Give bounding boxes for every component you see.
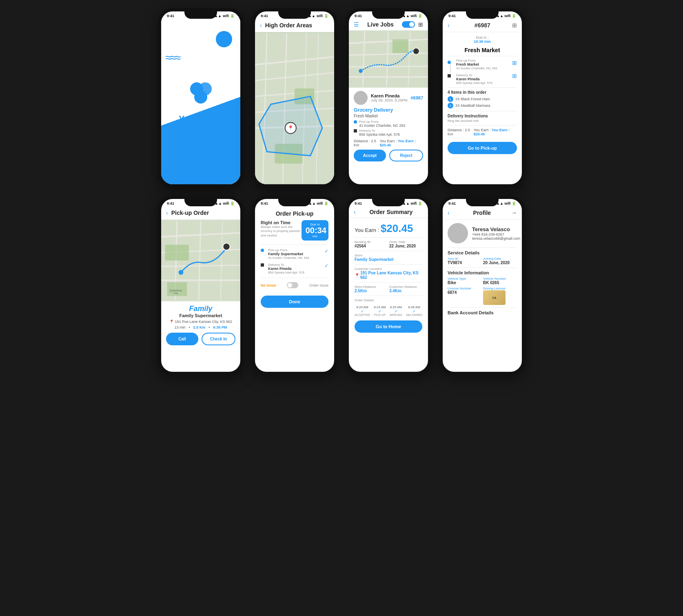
phone-2: 9:41 ▲▲ wifi 🔋 ‹ High Order Areas (252, 8, 337, 188)
screen5-header: ‹ Pick-up Order (161, 206, 240, 220)
screen2-header: ‹ High Order Areas (255, 19, 334, 32)
earn-row-4: Distance : 2.5 Km You Earn : You Earn : … (448, 128, 517, 136)
items-count-4: 4 Items in this order (448, 90, 517, 95)
tl-time-4: 8:28 AM (406, 305, 422, 309)
order-id-3: #6987 (410, 95, 423, 100)
divider-8b (448, 267, 517, 268)
screen7-title: Order Summary (359, 209, 423, 215)
checkin-btn[interactable]: Check In (202, 333, 235, 345)
vehicle-type-val: Bike (448, 280, 481, 285)
bank-details-head: Bank Account Details (448, 310, 517, 315)
status-time-3: 9:41 (355, 14, 362, 18)
hamburger-icon[interactable]: ☰ (354, 21, 359, 28)
back-btn-7[interactable]: ‹ (354, 209, 356, 215)
svg-point-45 (453, 225, 463, 235)
tl-check-3: ✓ (390, 309, 402, 314)
reject-btn[interactable]: Reject (389, 150, 423, 161)
tl-check-1: ✓ (355, 309, 370, 314)
goto-pickup-btn[interactable]: Go to Pick-up (448, 142, 517, 154)
done-btn[interactable]: Done (261, 296, 328, 308)
dist-grid-7: Store Distance 2.5Km Customer Distance 3… (355, 285, 422, 293)
step-check-2: ✓ (324, 263, 328, 269)
booking-id-label: Booking ID (355, 240, 388, 244)
item-row-1: 1 2X Black Forest Ham (448, 96, 517, 102)
order-details-label: Order Details (355, 298, 422, 302)
issue-row: No Issue Order Issue (261, 282, 328, 288)
accept-btn[interactable]: Accept (354, 150, 386, 161)
joining-date-val: 20 June, 2020 (483, 261, 517, 265)
location-pin-5: 📍 (169, 320, 174, 324)
rot-info: Right on Time Always make sure the Groce… (261, 220, 302, 238)
screen8-header: ‹ Profile → (443, 206, 522, 220)
tl-item-2: 8:24 AM ✓ PICK-UP (374, 305, 386, 316)
license-num-val: 6874 (448, 290, 481, 295)
notch-7 (372, 199, 405, 206)
customer-loc-val: 191 Poe Lane Kansas City, KS 662 (360, 271, 422, 280)
profile-email: teresa.velasco68@gmail.com (472, 236, 520, 241)
time-5: 13 min (175, 325, 186, 329)
phone-6: 9:41 ▲▲ wifi 🔋 Order Pick-up Right on Ti… (252, 196, 337, 375)
back-btn-8[interactable]: ‹ (448, 210, 450, 216)
wifi-icon-1: wifi (223, 14, 229, 18)
license-num-label: License Number (448, 287, 481, 290)
earn-label-7: You Earn : (355, 227, 379, 233)
tl-check-4: ✓ (406, 309, 422, 314)
call-btn[interactable]: Call (166, 333, 198, 345)
phone-5: 9:41 ▲▲ wifi 🔋 ‹ Pick-up Order Quilchena… (158, 196, 244, 375)
booking-id-val: #2564 (355, 244, 388, 248)
back-btn-5[interactable]: ‹ (166, 210, 168, 216)
customer-loc-label: Customer Location (355, 267, 422, 271)
go-home-btn[interactable]: Go to Home (355, 320, 422, 333)
delivery-label-3: Delivery To (359, 129, 400, 132)
store-dist-label: Store Distance (355, 285, 388, 289)
notch-3 (372, 11, 405, 19)
tl-label-2: PICK-UP (374, 314, 386, 316)
live-toggle[interactable] (402, 21, 415, 28)
back-btn-2[interactable]: ‹ (260, 22, 262, 29)
filter-icon-4[interactable]: ⊞ (512, 22, 517, 29)
driving-license-label: Driving License (483, 287, 517, 290)
screen7-header: ‹ Order Summary (349, 206, 428, 218)
filter-icon[interactable]: ⊞ (418, 21, 423, 28)
svg-rect-39 (165, 245, 189, 261)
screen5-map: Quilchena Park (161, 220, 240, 301)
service-details-head: Service Details (448, 250, 517, 255)
right-on-time-row: Right on Time Always make sure the Groce… (261, 220, 328, 241)
store-name-5: Family Supermarket (179, 313, 222, 318)
driving-license-img: CA (483, 290, 506, 305)
your-id-val: TV9874 (448, 261, 481, 265)
issue-toggle[interactable] (287, 282, 298, 288)
vehicle-info-grid: Vehicle Type Bike Vehicle Number BK 0265… (448, 277, 517, 305)
store-addr-5: 📍 191 Poe Lane Kansas City, KS 662 (166, 320, 235, 324)
divider-4a (448, 56, 517, 56)
customer-dist-val: 3.4Km (389, 289, 422, 293)
svg-point-43 (179, 270, 184, 275)
nav-icon-1[interactable]: ⊞ (512, 60, 517, 66)
logo-text: Your Logo (179, 114, 223, 124)
profile-phone: +644 816-236-6267 (472, 232, 520, 236)
back-btn-4[interactable]: ‹ (448, 22, 450, 29)
screen8-title: Profile (453, 210, 511, 216)
screen3-title: Live Jobs (367, 21, 394, 28)
notch-8 (466, 199, 499, 206)
svg-point-27 (359, 69, 363, 73)
due-box-unit: min (306, 234, 324, 238)
step-delivery: Delivery To Karen Pineda 856 Spinka Inle… (261, 263, 328, 274)
user-avatar-3 (354, 91, 368, 105)
screen8-content: Teresa Velasco +644 816-236-6267 teresa.… (443, 220, 522, 372)
svg-text:Quilchena: Quilchena (170, 289, 182, 292)
nav-icon-2[interactable]: ⊞ (512, 73, 517, 79)
instr-text-4: Ring the doorbell #45 (448, 119, 517, 123)
delivery-square (354, 129, 357, 132)
item2-name: Meatball Marinara (461, 104, 490, 108)
screen2-title: High Order Areas (265, 22, 312, 29)
logo-wave: ≈≈≈ (165, 51, 179, 64)
your-id-label: Your ID (448, 257, 481, 261)
service-info-grid: Your ID TV9874 Joining Date 20 June, 202… (448, 257, 517, 265)
logout-icon[interactable]: → (511, 210, 517, 216)
nav-icons-4: ⊞ ⊞ (512, 59, 517, 85)
step-square-2 (261, 263, 264, 267)
live-header: ☰ Live Jobs ⊞ (349, 19, 428, 31)
screen4-content: Due in : 15:36 min Fresh Market Pick-up … (443, 32, 522, 184)
summary-grid-7: Booking ID #2564 Order Date 22 June, 202… (355, 240, 422, 248)
